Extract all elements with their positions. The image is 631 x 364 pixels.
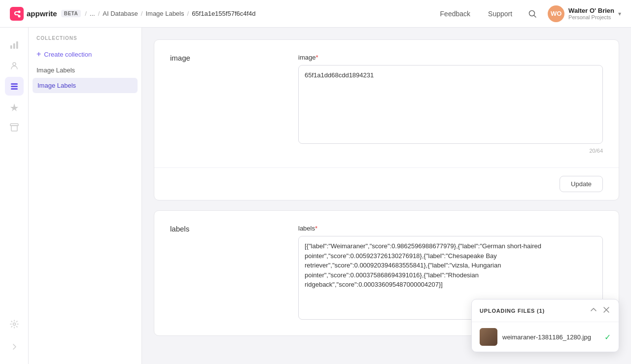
file-name: weimaraner-1381186_1280.jpg: [502, 333, 599, 341]
storage-icon: [10, 123, 19, 132]
database-icon: [10, 82, 19, 91]
sidebar-item-image-labels-1[interactable]: Image Labels: [29, 63, 141, 78]
image-update-button[interactable]: Update: [560, 176, 603, 192]
upload-header-actions: [589, 305, 611, 316]
image-doc-actions: Update: [154, 167, 619, 200]
user-name: Walter O' Brien: [568, 7, 614, 14]
svg-rect-0: [10, 7, 24, 21]
analytics-icon: [10, 40, 19, 49]
create-collection-label: Create collection: [44, 51, 92, 58]
image-field-col: image* 20/64: [298, 54, 603, 154]
feedback-button[interactable]: Feedback: [435, 7, 475, 21]
breadcrumb-sep-3: /: [187, 10, 189, 17]
sidebar: COLLECTIONS + Create collection Image La…: [29, 28, 142, 364]
breadcrumb-sep-0: /: [85, 10, 87, 17]
breadcrumb-sep-2: /: [141, 10, 143, 17]
svg-point-2: [18, 10, 21, 13]
labels-label-col: labels: [170, 225, 298, 322]
sidebar-item-image-labels-2[interactable]: Image Labels: [33, 78, 138, 93]
create-collection-button[interactable]: + Create collection: [29, 46, 141, 63]
breadcrumb-image-labels[interactable]: Image Labels: [145, 10, 184, 17]
image-section-label: image: [170, 54, 190, 62]
sidebar-item-label-1: Image Labels: [36, 66, 75, 74]
svg-rect-5: [13, 43, 15, 49]
file-thumb-image: [480, 328, 497, 346]
search-icon: [528, 9, 537, 18]
rail-database-icon[interactable]: [5, 77, 24, 96]
file-thumbnail: [480, 328, 497, 346]
logo-text: appwrite: [27, 9, 57, 18]
svg-point-3: [529, 10, 535, 16]
svg-point-7: [13, 63, 16, 66]
rail-analytics-icon[interactable]: [5, 35, 24, 54]
chevron-down-icon: ▾: [618, 10, 621, 17]
upload-file-row: weimaraner-1381186_1280.jpg ✓: [472, 322, 619, 352]
rail-functions-icon[interactable]: [5, 98, 24, 116]
user-avatar: WO: [548, 5, 564, 22]
user-subtitle: Personal Projects: [568, 14, 614, 20]
rail-storage-icon[interactable]: [5, 118, 24, 137]
user-info: Walter O' Brien Personal Projects: [568, 7, 614, 20]
icon-rail: [0, 28, 29, 364]
image-required-star: *: [316, 54, 318, 61]
svg-rect-4: [10, 45, 12, 49]
svg-point-11: [13, 323, 15, 326]
image-field-label: image*: [298, 54, 603, 61]
upload-collapse-button[interactable]: [589, 305, 598, 316]
image-textarea[interactable]: [298, 65, 603, 144]
chevron-up-icon: [590, 306, 597, 313]
svg-rect-8: [11, 83, 18, 85]
svg-rect-9: [11, 86, 18, 87]
breadcrumb-ai-database[interactable]: AI Database: [103, 10, 138, 17]
labels-section-label: labels: [170, 225, 189, 233]
beta-badge: BETA: [61, 10, 81, 17]
top-navigation: appwrite BETA / ... / AI Database / Imag…: [0, 0, 631, 28]
image-section: image image* 20/64: [154, 40, 619, 167]
user-menu[interactable]: WO Walter O' Brien Personal Projects ▾: [548, 5, 621, 22]
plus-icon: +: [36, 50, 41, 59]
upload-close-button[interactable]: [602, 305, 611, 316]
image-label-col: image: [170, 54, 298, 154]
appwrite-logo: appwrite: [10, 7, 57, 21]
search-button[interactable]: [525, 6, 540, 21]
breadcrumb-ellipsis[interactable]: ...: [90, 10, 95, 17]
rail-settings-icon[interactable]: [5, 315, 24, 333]
settings-icon: [10, 320, 19, 329]
support-button[interactable]: Support: [483, 7, 517, 21]
breadcrumb-doc-id: 65f1a1e155f57f6c4f4d: [192, 10, 255, 17]
rail-collapse-icon[interactable]: [5, 337, 24, 356]
image-char-count: 20/64: [298, 148, 603, 154]
sidebar-section-title: COLLECTIONS: [29, 35, 141, 46]
svg-rect-10: [11, 88, 18, 90]
svg-point-1: [18, 15, 21, 17]
functions-icon: [10, 102, 19, 111]
upload-title: UPLOADING FILES (1): [480, 308, 545, 314]
users-icon: [10, 61, 19, 70]
sidebar-item-label-2: Image Labels: [37, 82, 76, 89]
appwrite-logo-icon: [10, 7, 24, 21]
labels-field-label: labels*: [298, 225, 603, 232]
labels-required-star: *: [315, 225, 317, 232]
upload-header: UPLOADING FILES (1): [472, 299, 619, 322]
breadcrumb: / ... / AI Database / Image Labels / 65f…: [85, 10, 255, 17]
upload-notification: UPLOADING FILES (1) weimaraner-1381186_1…: [471, 299, 619, 352]
breadcrumb-sep-1: /: [98, 10, 100, 17]
topnav-right: Feedback Support WO Walter O' Brien Pers…: [435, 5, 621, 22]
chevron-right-icon: [10, 342, 19, 351]
image-doc-card: image image* 20/64 Update: [154, 39, 619, 200]
logo-area: appwrite BETA: [10, 7, 81, 21]
svg-rect-6: [16, 41, 18, 49]
file-check-icon: ✓: [604, 332, 611, 342]
rail-users-icon[interactable]: [5, 56, 24, 75]
close-icon: [603, 306, 610, 313]
